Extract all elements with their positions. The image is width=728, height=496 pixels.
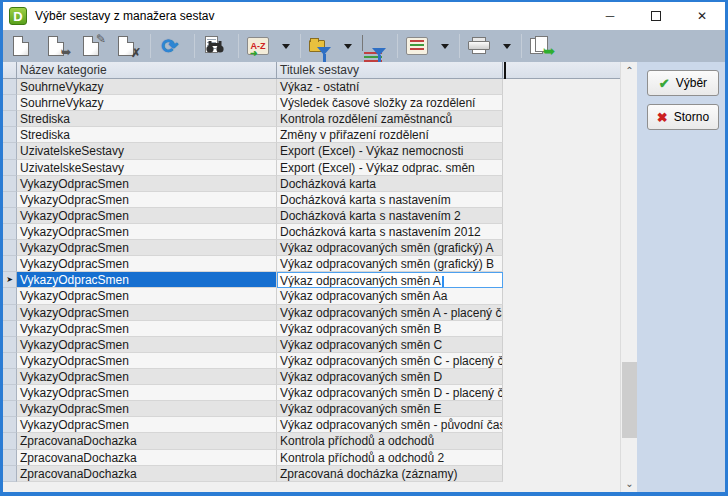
- close-button[interactable]: ✕: [679, 2, 725, 30]
- column-header-category[interactable]: Název kategorie: [17, 62, 277, 78]
- title-cell[interactable]: Docházková karta s nastavením 2012: [277, 224, 503, 240]
- title-cell[interactable]: Výkaz odpracovaných směn C: [277, 337, 503, 353]
- table-row[interactable]: VykazyOdpracSmenVýkaz odpracovaných směn…: [3, 288, 620, 304]
- columns-button[interactable]: [404, 33, 430, 59]
- category-cell[interactable]: UzivatelskeSestavy: [17, 143, 277, 159]
- table-row[interactable]: VykazyOdpracSmenVýkaz odpracovaných směn…: [3, 417, 620, 433]
- category-cell[interactable]: ZpracovanaDochazka: [17, 466, 277, 482]
- category-cell[interactable]: VykazyOdpracSmen: [17, 176, 277, 192]
- title-cell[interactable]: Kontrola rozdělení zaměstnanců: [277, 111, 503, 127]
- title-cell[interactable]: Výkaz odpracovaných směn B: [277, 321, 503, 337]
- title-cell[interactable]: Kontrola příchodů a odchodů: [277, 433, 503, 449]
- sort-az-button[interactable]: A-Z➜: [245, 33, 271, 59]
- category-cell[interactable]: UzivatelskeSestavy: [17, 160, 277, 176]
- title-cell[interactable]: Změny v přiřazení rozdělení: [277, 127, 503, 143]
- category-cell[interactable]: VykazyOdpracSmen: [17, 417, 277, 433]
- title-cell[interactable]: Export (Excel) - Výkaz odprac. směn: [277, 160, 503, 176]
- title-cell[interactable]: Zpracovaná docházka (záznamy): [277, 466, 503, 482]
- category-cell[interactable]: VykazyOdpracSmen: [17, 385, 277, 401]
- table-row[interactable]: SouhrneVykazyVýsledek časové složky za r…: [3, 95, 620, 111]
- title-cell[interactable]: Docházková karta s nastavením: [277, 192, 503, 208]
- title-cell[interactable]: Výsledek časové složky za rozdělení: [277, 95, 503, 111]
- new-document-button[interactable]: [8, 33, 34, 59]
- search-button[interactable]: [201, 33, 227, 59]
- category-cell[interactable]: Strediska: [17, 127, 277, 143]
- table-row[interactable]: VykazyOdpracSmenVýkaz odpracovaných směn…: [3, 240, 620, 256]
- category-cell[interactable]: VykazyOdpracSmen: [17, 288, 277, 304]
- table-row[interactable]: ➤VykazyOdpracSmenVýkaz odpracovaných smě…: [3, 272, 620, 288]
- title-cell[interactable]: Výkaz odpracovaných směn D: [277, 369, 503, 385]
- category-cell[interactable]: SouhrneVykazy: [17, 79, 277, 95]
- table-row[interactable]: VykazyOdpracSmenDocházková karta s nasta…: [3, 192, 620, 208]
- title-cell[interactable]: Výkaz odpracovaných směn E: [277, 401, 503, 417]
- category-cell[interactable]: SouhrneVykazy: [17, 95, 277, 111]
- category-cell[interactable]: VykazyOdpracSmen: [17, 240, 277, 256]
- filter-button[interactable]: [307, 33, 333, 59]
- title-cell[interactable]: Výkaz odpracovaných směn D - placený čas: [277, 385, 503, 401]
- title-cell[interactable]: Výkaz odpracovaných směn Aa: [277, 288, 503, 304]
- title-cell[interactable]: Výkaz odpracovaných směn C - placený čas: [277, 353, 503, 369]
- cancel-button[interactable]: ✖ Storno: [647, 104, 719, 130]
- export-button[interactable]: ➥: [528, 33, 554, 59]
- table-row[interactable]: ZpracovanaDochazkaZpracovaná docházka (z…: [3, 466, 620, 482]
- category-cell[interactable]: ZpracovanaDochazka: [17, 450, 277, 466]
- scroll-down-arrow-icon[interactable]: ⌄: [621, 475, 638, 492]
- category-cell[interactable]: VykazyOdpracSmen: [17, 321, 277, 337]
- minimize-button[interactable]: ─: [587, 2, 633, 30]
- title-cell[interactable]: Výkaz odpracovaných směn - původní časy: [277, 417, 503, 433]
- maximize-button[interactable]: [633, 2, 679, 30]
- filter-dropdown-button[interactable]: [342, 33, 354, 59]
- column-header-title[interactable]: Titulek sestavy: [277, 62, 503, 78]
- table-row[interactable]: SouhrneVykazyVýkaz - ostatní: [3, 79, 620, 95]
- title-cell[interactable]: Docházková karta s nastavením 2: [277, 208, 503, 224]
- table-row[interactable]: VykazyOdpracSmenDocházková karta s nasta…: [3, 224, 620, 240]
- scrollbar-thumb[interactable]: [622, 362, 637, 438]
- table-row[interactable]: StrediskaZměny v přiřazení rozdělení: [3, 127, 620, 143]
- print-dropdown-button[interactable]: [501, 33, 513, 59]
- category-cell[interactable]: ZpracovanaDochazka: [17, 433, 277, 449]
- columns-dropdown-button[interactable]: [439, 33, 451, 59]
- category-cell[interactable]: VykazyOdpracSmen: [17, 192, 277, 208]
- category-cell[interactable]: VykazyOdpracSmen: [17, 272, 277, 288]
- category-cell[interactable]: VykazyOdpracSmen: [17, 401, 277, 417]
- table-row[interactable]: VykazyOdpracSmenVýkaz odpracovaných směn…: [3, 337, 620, 353]
- title-cell[interactable]: Výkaz odpracovaných směn A - placený čas: [277, 305, 503, 321]
- table-row[interactable]: VykazyOdpracSmenVýkaz odpracovaných směn…: [3, 353, 620, 369]
- table-row[interactable]: VykazyOdpracSmenVýkaz odpracovaných směn…: [3, 369, 620, 385]
- table-row[interactable]: VykazyOdpracSmenVýkaz odpracovaných směn…: [3, 401, 620, 417]
- title-cell[interactable]: Docházková karta: [277, 176, 503, 192]
- select-button[interactable]: ✔ Výběr: [647, 70, 719, 96]
- category-cell[interactable]: VykazyOdpracSmen: [17, 337, 277, 353]
- category-cell[interactable]: VykazyOdpracSmen: [17, 305, 277, 321]
- category-cell[interactable]: VykazyOdpracSmen: [17, 353, 277, 369]
- scroll-up-arrow-icon[interactable]: ⌃: [621, 62, 638, 79]
- vertical-scrollbar[interactable]: ⌃ ⌄: [620, 62, 637, 492]
- table-row[interactable]: UzivatelskeSestavyExport (Excel) - Výkaz…: [3, 160, 620, 176]
- title-cell[interactable]: Výkaz odpracovaných směn (grafický) A: [277, 240, 503, 256]
- print-button[interactable]: [466, 33, 492, 59]
- table-row[interactable]: VykazyOdpracSmenVýkaz odpracovaných směn…: [3, 385, 620, 401]
- table-row[interactable]: StrediskaKontrola rozdělení zaměstnanců: [3, 111, 620, 127]
- title-cell[interactable]: Výkaz odpracovaných směn A: [277, 272, 503, 288]
- sort-dropdown-button[interactable]: [280, 33, 292, 59]
- delete-document-button[interactable]: ✗: [113, 33, 139, 59]
- table-row[interactable]: VykazyOdpracSmenVýkaz odpracovaných směn…: [3, 305, 620, 321]
- category-cell[interactable]: VykazyOdpracSmen: [17, 224, 277, 240]
- edit-document-button[interactable]: ✎: [78, 33, 104, 59]
- title-cell[interactable]: Výkaz - ostatní: [277, 79, 503, 95]
- table-row[interactable]: VykazyOdpracSmenVýkaz odpracovaných směn…: [3, 256, 620, 272]
- table-row[interactable]: UzivatelskeSestavyExport (Excel) - Výkaz…: [3, 143, 620, 159]
- category-cell[interactable]: VykazyOdpracSmen: [17, 369, 277, 385]
- table-row[interactable]: ZpracovanaDochazkaKontrola příchodů a od…: [3, 433, 620, 449]
- category-cell[interactable]: VykazyOdpracSmen: [17, 208, 277, 224]
- title-cell[interactable]: Výkaz odpracovaných směn (grafický) B: [277, 256, 503, 272]
- table-row[interactable]: VykazyOdpracSmenDocházková karta s nasta…: [3, 208, 620, 224]
- table-row[interactable]: VykazyOdpracSmenDocházková karta: [3, 176, 620, 192]
- table-row[interactable]: VykazyOdpracSmenVýkaz odpracovaných směn…: [3, 321, 620, 337]
- refresh-button[interactable]: ⟳: [157, 33, 183, 59]
- category-cell[interactable]: VykazyOdpracSmen: [17, 256, 277, 272]
- title-cell[interactable]: Kontrola příchodů a odchodů 2: [277, 450, 503, 466]
- table-row[interactable]: ZpracovanaDochazkaKontrola příchodů a od…: [3, 450, 620, 466]
- filter-list-button[interactable]: [360, 33, 386, 59]
- title-cell[interactable]: Export (Excel) - Výkaz nemocnosti: [277, 143, 503, 159]
